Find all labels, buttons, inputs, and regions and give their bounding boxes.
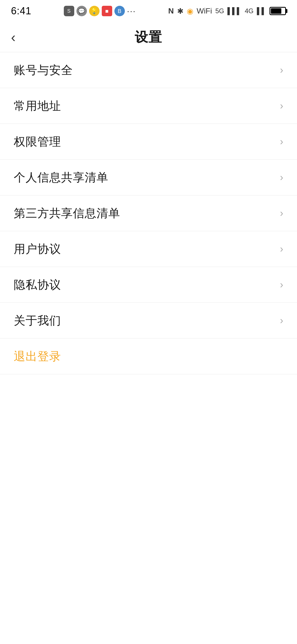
menu-item-label: 权限管理: [14, 134, 61, 149]
bluetooth-icon: ✱: [177, 7, 183, 16]
menu-item-label: 关于我们: [14, 313, 61, 328]
battery-text: 76: [270, 8, 285, 14]
signal-4g: 4G: [245, 7, 254, 15]
status-right-icons: N ✱ ◉ WiFi 5G ▌▌▌ 4G ▌▌ 76: [168, 7, 286, 16]
more-icon: ···: [127, 6, 136, 16]
menu-item-label: 用户协议: [14, 241, 61, 257]
back-button[interactable]: ‹: [11, 30, 16, 44]
chevron-right-icon: ›: [280, 100, 283, 112]
menu-item-common-address[interactable]: 常用地址 ›: [0, 88, 297, 124]
app-icon-1: S: [64, 6, 74, 16]
menu-item-label: 第三方共享信息清单: [14, 206, 120, 221]
signal-5g: 5G: [215, 7, 224, 15]
menu-item-third-party-sharing[interactable]: 第三方共享信息清单 ›: [0, 195, 297, 231]
chevron-right-icon: ›: [280, 172, 283, 183]
app-icon-2: 💬: [76, 6, 87, 16]
menu-item-account-security[interactable]: 账号与安全 ›: [0, 52, 297, 88]
status-bar: 6:41 S 💬 💡 ■ B ··· N ✱ ◉ WiFi 5G ▌▌▌ 4G …: [0, 0, 297, 22]
settings-menu-list: 账号与安全 › 常用地址 › 权限管理 › 个人信息共享清单 › 第三方共享信息…: [0, 52, 297, 374]
menu-item-user-agreement[interactable]: 用户协议 ›: [0, 231, 297, 267]
signal-bars-2: ▌▌: [257, 7, 266, 15]
chevron-right-icon: ›: [280, 136, 283, 148]
signal-bars: ▌▌▌: [227, 7, 241, 15]
menu-item-permission-management[interactable]: 权限管理 ›: [0, 124, 297, 160]
app-icon-5: B: [114, 6, 125, 16]
menu-item-label: 常用地址: [14, 98, 61, 114]
back-arrow-icon: ‹: [11, 30, 16, 44]
menu-item-logout[interactable]: 退出登录: [0, 339, 297, 374]
chevron-right-icon: ›: [280, 243, 283, 255]
chevron-right-icon: ›: [280, 64, 283, 76]
app-icon-3: 💡: [89, 6, 100, 16]
menu-item-privacy-policy[interactable]: 隐私协议 ›: [0, 267, 297, 303]
menu-item-personal-info-sharing[interactable]: 个人信息共享清单 ›: [0, 160, 297, 195]
nfc-icon: N: [168, 7, 174, 15]
page-title: 设置: [135, 28, 162, 46]
wifi-icon: WiFi: [197, 7, 212, 15]
chevron-right-icon: ›: [280, 208, 283, 219]
chevron-right-icon: ›: [280, 315, 283, 326]
chevron-right-icon: ›: [280, 279, 283, 291]
battery-icon: 76: [270, 7, 286, 15]
menu-item-about-us[interactable]: 关于我们 ›: [0, 303, 297, 339]
menu-item-label: 账号与安全: [14, 62, 73, 78]
menu-item-label: 隐私协议: [14, 277, 61, 293]
app-icon-4: ■: [102, 6, 112, 16]
status-time: 6:41: [11, 5, 31, 17]
location-icon: ◉: [187, 7, 193, 16]
logout-label: 退出登录: [14, 349, 61, 364]
page-header: ‹ 设置: [0, 22, 297, 52]
menu-item-label: 个人信息共享清单: [14, 170, 108, 185]
status-app-icons: S 💬 💡 ■ B ···: [64, 6, 136, 16]
